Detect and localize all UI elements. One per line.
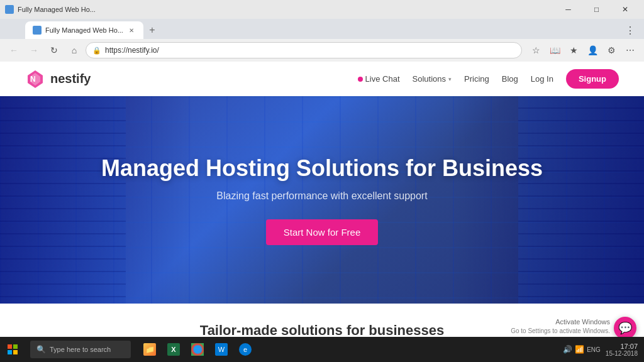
tab-favicon [33, 26, 42, 35]
browser-favicon [5, 5, 14, 14]
svg-rect-6 [13, 350, 18, 354]
maximize-button[interactable]: □ [582, 0, 611, 19]
tab-bar: Fully Managed Web Ho... ✕ + ⋮ [0, 19, 644, 39]
taskbar: 🔍 Type here to search 📁 X 🌐 W e 🔊 📶 ENG … [0, 337, 644, 362]
reading-view-button[interactable]: 📖 [546, 41, 564, 59]
activate-windows-title: Activate Windows [511, 317, 610, 327]
taskbar-search-placeholder: Type here to search [50, 346, 111, 353]
svg-text:N: N [30, 75, 36, 84]
hero-title: Managed Hosting Solutions for Business [101, 155, 543, 182]
active-tab[interactable]: Fully Managed Web Ho... ✕ [25, 21, 143, 39]
search-icon: 🔍 [36, 345, 46, 354]
website-content: N nestify Live Chat Solutions ▾ Pricing … [0, 62, 644, 361]
windows-logo-icon [8, 344, 18, 354]
hero-content: Managed Hosting Solutions for Business B… [101, 155, 543, 245]
chat-bubble-icon: 💬 [618, 321, 632, 335]
taskbar-app-edge[interactable]: e [234, 338, 257, 361]
profile-button[interactable]: 👤 [584, 41, 601, 59]
url-text: https://nestify.io/ [105, 46, 515, 55]
browser-toolbar: ☆ 📖 ★ 👤 ⚙ ⋯ [527, 41, 639, 59]
activate-windows-subtitle: Go to Settings to activate Windows. [511, 327, 610, 336]
lock-icon: 🔒 [92, 47, 101, 55]
explorer-icon: 📁 [143, 343, 156, 356]
nestify-logo-icon: N [25, 69, 45, 89]
tab-label: Fully Managed Web Ho... [45, 26, 123, 34]
login-label: Log In [531, 74, 553, 84]
blog-label: Blog [502, 74, 518, 84]
hero-section: Managed Hosting Solutions for Business B… [0, 96, 644, 304]
live-chat-label: Live Chat [365, 74, 400, 84]
signup-button[interactable]: Signup [566, 69, 619, 89]
excel-icon: X [167, 343, 180, 356]
hero-subtitle: Blazing fast performance with excellent … [101, 190, 543, 202]
activate-windows-notice: Activate Windows Go to Settings to activ… [511, 317, 610, 336]
back-button[interactable]: ← [5, 41, 23, 59]
forward-button[interactable]: → [25, 41, 43, 59]
taskbar-app-excel[interactable]: X [162, 338, 185, 361]
edge-icon: e [239, 343, 252, 356]
taskbar-app-chrome[interactable]: 🌐 [186, 338, 209, 361]
taskbar-system-icons: 🔊 📶 ENG [563, 345, 601, 354]
taskbar-right: 🔊 📶 ENG 17:07 15-12-2018 [563, 343, 644, 357]
pricing-label: Pricing [464, 74, 489, 84]
taskbar-app-explorer[interactable]: 📁 [138, 338, 161, 361]
nav-links: Live Chat Solutions ▾ Pricing Blog Log I… [358, 69, 619, 89]
favorites-bar-button[interactable]: ★ [565, 41, 582, 59]
home-button[interactable]: ⌂ [65, 41, 83, 59]
logo-text: nestify [50, 72, 91, 86]
minimize-button[interactable]: ─ [554, 0, 582, 19]
taskbar-clock: 17:07 15-12-2018 [606, 343, 638, 357]
taskbar-time: 17:07 [606, 343, 638, 350]
chevron-down-icon: ▾ [448, 76, 452, 82]
start-button[interactable] [0, 337, 25, 362]
pricing-link[interactable]: Pricing [464, 74, 489, 84]
browser-menu-button[interactable]: ⋮ [621, 21, 639, 39]
site-navigation: N nestify Live Chat Solutions ▾ Pricing … [0, 62, 644, 96]
chrome-icon: 🌐 [191, 343, 204, 356]
new-tab-button[interactable]: + [143, 21, 161, 39]
taskbar-search[interactable]: 🔍 Type here to search [30, 341, 131, 358]
tab-close-button[interactable]: ✕ [127, 26, 136, 35]
chat-bubble-button[interactable]: 💬 [614, 317, 636, 339]
svg-rect-4 [13, 344, 18, 349]
solutions-link[interactable]: Solutions ▾ [413, 74, 452, 84]
live-chat-link[interactable]: Live Chat [358, 74, 400, 84]
site-logo[interactable]: N nestify [25, 69, 91, 89]
blog-link[interactable]: Blog [502, 74, 518, 84]
svg-rect-3 [8, 344, 12, 349]
favorites-button[interactable]: ☆ [527, 41, 545, 59]
app3-icon: W [215, 343, 228, 356]
svg-rect-5 [8, 350, 12, 354]
language-label: ENG [587, 346, 601, 353]
taskbar-date: 15-12-2018 [606, 350, 638, 357]
extensions-button[interactable]: ⚙ [602, 41, 620, 59]
hero-cta-button[interactable]: Start Now for Free [266, 219, 379, 245]
window-controls: ─ □ ✕ [554, 0, 639, 19]
close-button[interactable]: ✕ [611, 0, 639, 19]
solutions-label: Solutions [413, 74, 446, 84]
address-input[interactable]: 🔒 https://nestify.io/ [86, 42, 522, 58]
volume-icon: 📶 [575, 345, 584, 354]
settings-button[interactable]: ⋯ [621, 41, 639, 59]
taskbar-app-3[interactable]: W [210, 338, 233, 361]
refresh-button[interactable]: ↻ [45, 41, 63, 59]
taskbar-apps: 📁 X 🌐 W e [138, 338, 257, 361]
window-title: Fully Managed Web Ho... [18, 6, 96, 13]
live-dot-icon [358, 77, 363, 82]
title-bar: Fully Managed Web Ho... ─ □ ✕ [0, 0, 644, 19]
address-bar: ← → ↻ ⌂ 🔒 https://nestify.io/ ☆ 📖 ★ 👤 ⚙ … [0, 39, 644, 62]
network-icon: 🔊 [563, 345, 572, 354]
login-link[interactable]: Log In [531, 74, 553, 84]
